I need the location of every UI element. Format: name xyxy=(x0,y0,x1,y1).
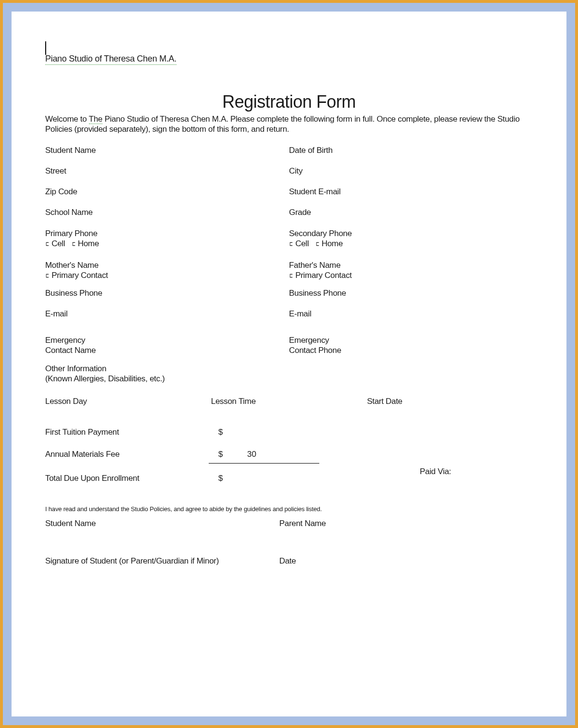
checkbox-icon: ⊏ xyxy=(72,240,75,250)
dollar-sign-3: $ xyxy=(218,474,247,483)
label-emergency-name-2: Contact Name xyxy=(45,345,289,355)
label-email-right: E-mail xyxy=(289,309,533,319)
intro-rest: Piano Studio of Theresa Chen M.A. Please… xyxy=(45,114,520,134)
opt-cell: Cell xyxy=(51,239,65,248)
label-business-phone-right: Business Phone xyxy=(289,288,533,298)
label-lesson-day: Lesson Day xyxy=(45,396,211,406)
label-email-left: E-mail xyxy=(45,309,289,319)
opt-primary-contact-m: Primary Contact xyxy=(51,271,108,280)
document-frame: Piano Studio of Theresa Chen M.A. Regist… xyxy=(3,3,575,725)
intro-underline: The xyxy=(89,114,102,124)
dollar-sign-2: $ xyxy=(218,450,247,459)
document-page: Piano Studio of Theresa Chen M.A. Regist… xyxy=(12,12,566,716)
label-first-tuition: First Tuition Payment xyxy=(45,427,218,437)
label-city: City xyxy=(289,166,533,176)
mother-primary-contact: ⊏ Primary Contact xyxy=(45,270,289,281)
payment-divider xyxy=(209,463,319,464)
label-paid-via: Paid Via: xyxy=(420,467,451,477)
label-student-email: Student E-mail xyxy=(289,187,533,197)
label-emergency-phone-2: Contact Phone xyxy=(289,345,533,355)
label-student-name: Student Name xyxy=(45,145,289,155)
annual-fee-amount: 30 xyxy=(247,450,295,459)
opt-primary-contact-f: Primary Contact xyxy=(295,271,352,280)
label-total-due: Total Due Upon Enrollment xyxy=(45,474,218,483)
payment-section: First Tuition Payment $ Annual Materials… xyxy=(45,427,533,483)
opt-cell-2: Cell xyxy=(295,239,309,248)
label-other-info-2: (Known Allergies, Disabilities, etc.) xyxy=(45,374,289,384)
label-street: Street xyxy=(45,166,289,176)
label-signature-line: Signature of Student (or Parent/Guardian… xyxy=(45,556,279,566)
checkbox-icon: ⊏ xyxy=(46,272,49,281)
label-mothers-name: Mother's Name xyxy=(45,260,289,270)
label-date: Date xyxy=(279,556,533,566)
agreement-text: I have read and understand the Studio Po… xyxy=(45,505,533,513)
intro-prefix: Welcome to xyxy=(45,114,89,124)
checkbox-icon: ⊏ xyxy=(289,272,292,281)
label-dob: Date of Birth xyxy=(289,145,533,155)
label-secondary-phone: Secondary Phone xyxy=(289,228,533,238)
father-primary-contact: ⊏ Primary Contact xyxy=(289,270,533,281)
label-business-phone-left: Business Phone xyxy=(45,288,289,298)
opt-home-2: Home xyxy=(322,239,343,248)
primary-phone-options: ⊏ Cell ⊏ Home xyxy=(45,238,289,250)
label-lesson-time: Lesson Time xyxy=(211,396,367,406)
intro-paragraph: Welcome to The Piano Studio of Theresa C… xyxy=(45,114,533,135)
dollar-sign-1: $ xyxy=(218,427,247,437)
label-other-info-1: Other Information xyxy=(45,364,289,374)
text-cursor xyxy=(45,41,46,55)
studio-name-heading: Piano Studio of Theresa Chen M.A. xyxy=(45,54,176,65)
label-zip: Zip Code xyxy=(45,187,289,197)
checkbox-icon: ⊏ xyxy=(289,240,292,250)
label-fathers-name: Father's Name xyxy=(289,260,533,270)
label-start-date: Start Date xyxy=(367,396,533,406)
label-emergency-phone-1: Emergency xyxy=(289,335,533,345)
label-school-name: School Name xyxy=(45,207,289,217)
opt-home: Home xyxy=(78,239,99,248)
label-sig-parent-name: Parent Name xyxy=(279,518,533,528)
label-primary-phone: Primary Phone xyxy=(45,228,289,238)
label-annual-fee: Annual Materials Fee xyxy=(45,450,218,459)
secondary-phone-options: ⊏ Cell ⊏ Home xyxy=(289,238,533,250)
checkbox-icon: ⊏ xyxy=(316,240,319,250)
label-grade: Grade xyxy=(289,207,533,217)
form-title: Registration Form xyxy=(45,92,533,112)
label-sig-student-name: Student Name xyxy=(45,518,279,528)
checkbox-icon: ⊏ xyxy=(46,240,49,250)
label-emergency-name-1: Emergency xyxy=(45,335,289,345)
